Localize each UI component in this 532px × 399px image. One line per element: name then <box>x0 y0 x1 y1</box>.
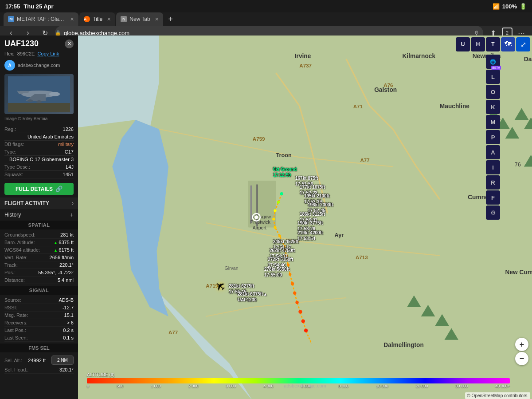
map-btn-A[interactable]: A <box>486 145 500 159</box>
tab2-label: Title <box>93 16 102 22</box>
svg-text:Troon: Troon <box>276 152 292 158</box>
zoom-controls: + − <box>515 338 528 365</box>
msgrate-label: Msg. Rate: <box>4 312 28 318</box>
lock-icon: 🔒 <box>55 30 61 36</box>
svg-point-58 <box>283 245 286 248</box>
svg-point-64 <box>295 301 298 304</box>
aircraft-image <box>4 74 74 114</box>
close-panel-button[interactable]: ✕ <box>65 40 74 48</box>
hex-value: 896C2E <box>17 51 35 56</box>
tab-newtab[interactable]: N New Tab ✕ <box>116 12 163 26</box>
svg-point-8 <box>36 100 42 103</box>
map-controls-right: U H T 🗺 ⤢ 🌐 BETA L O K M P A I <box>454 36 532 221</box>
country-value: United Arab Emirates <box>27 134 74 139</box>
tab-metar[interactable]: M METAR TAF : Glasgow P ✕ <box>4 12 78 26</box>
time: 17:55 <box>5 3 20 10</box>
source-data-value: ADS-B <box>59 297 74 303</box>
signal-data: Source: ADS-B RSSI: -12.7 Msg. Rate: 15.… <box>0 295 78 344</box>
zoom-in-button[interactable]: + <box>515 338 528 351</box>
zoom-out-button[interactable]: − <box>515 352 528 365</box>
map-btn-P[interactable]: P <box>486 130 500 144</box>
svg-point-66 <box>301 319 305 323</box>
svg-point-59 <box>285 254 288 257</box>
browser-chrome: M METAR TAF : Glasgow P ✕ A Title ✕ N Ne… <box>0 12 532 36</box>
chevron-right-icon: › <box>72 200 74 206</box>
image-caption: Image © Riley Bertoia <box>0 116 78 124</box>
source-data-row: Source: ADS-B <box>4 296 74 304</box>
flags-label: DB flags: <box>4 142 24 147</box>
flight-activity-label: FLIGHT ACTIVITY <box>4 200 49 206</box>
fms-section-header: FMS SEL <box>0 344 78 352</box>
svg-point-69 <box>254 215 258 219</box>
type-label: Type: <box>4 149 16 154</box>
track-row: Track: 220.1° <box>4 261 74 269</box>
tab3-close[interactable]: ✕ <box>155 16 159 22</box>
reg-row: Reg.: 1226 <box>4 126 74 133</box>
fms-section: Sel. Alt.: 24992 ft 2 NM Sel. Head.: 320… <box>0 352 78 375</box>
map-btn-R[interactable]: R <box>486 175 500 190</box>
squawk-row: Squawk: 1451 <box>4 171 74 178</box>
svg-text:Airport: Airport <box>253 225 266 230</box>
adsb-watermark: adsbexchange.com <box>284 383 326 388</box>
full-details-button[interactable]: FULL DETAILS 🔗 <box>4 183 74 195</box>
map-btn-K[interactable]: K <box>486 100 500 114</box>
tab1-label: METAR TAF : Glasgow P <box>17 16 66 22</box>
receivers-label: Receivers: <box>4 320 27 325</box>
svg-text:A71: A71 <box>353 103 363 109</box>
reg-label: Reg.: <box>4 126 16 132</box>
svg-point-3 <box>49 92 60 96</box>
svg-text:A713: A713 <box>356 254 368 260</box>
map-expand-button[interactable]: ⤢ <box>516 37 530 51</box>
typedesc-label: Type Desc.: <box>4 164 30 170</box>
battery: 100% <box>502 3 517 10</box>
msgrate-row: Msg. Rate: 15.1 <box>4 312 74 319</box>
svg-text:Kilmarnock: Kilmarnock <box>402 53 435 59</box>
svg-text:Irvine: Irvine <box>295 53 311 59</box>
history-label: History <box>4 212 21 218</box>
wifi-icon: 📶 <box>493 3 500 10</box>
svg-text:A77: A77 <box>360 157 370 163</box>
pos-row: Pos.: 55.355°, -4.723° <box>4 269 74 277</box>
svg-point-54 <box>274 209 276 212</box>
svg-text:Dalmellington: Dalmellington <box>383 342 424 348</box>
pos-value: 55.355°, -4.723° <box>38 270 74 275</box>
map-btn-t[interactable]: T <box>486 37 500 51</box>
svg-point-62 <box>291 282 294 285</box>
map-btn-u[interactable]: U <box>456 37 470 51</box>
map-btn-F[interactable]: F <box>486 190 500 205</box>
map-settings-button[interactable]: ⚙ <box>486 205 500 220</box>
vertrate-row: Vert. Rate: 2656 ft/min <box>4 254 74 261</box>
plus-icon: + <box>70 211 74 218</box>
new-tab-button[interactable]: + <box>164 12 177 26</box>
source-row: A adsbexchange.com <box>0 58 78 72</box>
beta-badge: BETA <box>491 66 501 70</box>
sel-alt-row: Sel. Alt.: 24992 ft 2 NM <box>4 354 74 366</box>
scale-bar: 2 NM <box>51 356 74 365</box>
map-btn-I[interactable]: I <box>486 160 500 174</box>
map-btn-h[interactable]: H <box>471 37 485 51</box>
map-area[interactable]: A737 A71 A76 A759 A77 A713 A77 A719 Irvi… <box>78 36 532 399</box>
flight-activity-row[interactable]: FLIGHT ACTIVITY › <box>0 198 78 209</box>
tab1-close[interactable]: ✕ <box>70 16 74 22</box>
typedesc-row: Type Desc.: L4J <box>4 163 74 171</box>
tab2-favicon: A <box>84 16 90 22</box>
altitude-bar-label: ALTITUDE (ft) <box>87 372 510 377</box>
map-btn-M[interactable]: M <box>486 115 500 129</box>
signal-section-header: SIGNAL <box>0 286 78 295</box>
tab3-favicon: N <box>121 16 127 22</box>
svg-text:Ayr: Ayr <box>334 232 344 238</box>
tab-title[interactable]: A Title ✕ <box>79 12 115 26</box>
history-row[interactable]: History + <box>0 209 78 221</box>
msgrate-value: 15.1 <box>64 312 74 318</box>
flags-row: DB flags: military <box>4 141 74 148</box>
map-btn-L[interactable]: L <box>486 70 500 84</box>
tab2-close[interactable]: ✕ <box>107 16 111 22</box>
lastpos-row: Last Pos.: 0.2 s <box>4 327 74 334</box>
hex-label: Hex: <box>4 51 15 56</box>
map-layer-button[interactable]: 🗺 <box>501 37 515 51</box>
vertrate-label: Vert. Rate: <box>4 255 27 260</box>
svg-rect-1 <box>8 103 70 112</box>
svg-text:A737: A737 <box>299 63 312 68</box>
map-btn-O[interactable]: O <box>486 85 500 99</box>
copy-link-button[interactable]: Copy Link <box>37 51 59 56</box>
